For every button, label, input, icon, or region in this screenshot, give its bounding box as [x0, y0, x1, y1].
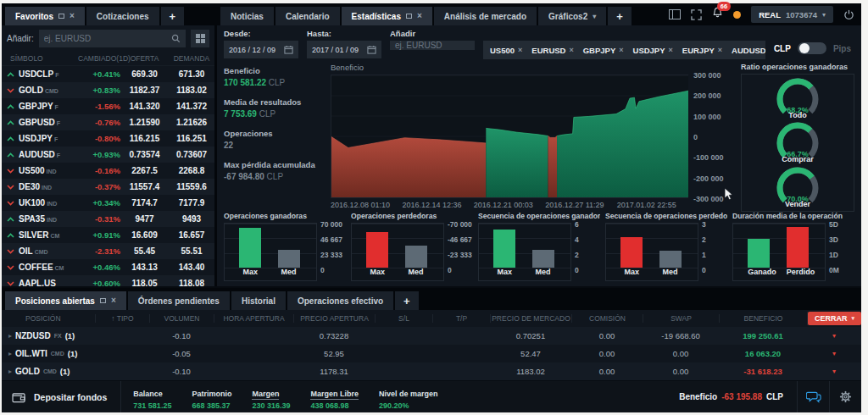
close-position-menu[interactable]: ▾ [807, 350, 861, 357]
column-header-precio-apertura[interactable]: PRECIO APERTURA [293, 314, 375, 323]
close-tab-icon[interactable]: × [111, 296, 116, 305]
symbol-chip-audusd[interactable]: AUDUSD× [732, 46, 765, 55]
ask-price: 11559.6 [169, 182, 214, 191]
remove-chip-icon[interactable]: × [619, 46, 623, 54]
remove-chip-icon[interactable]: × [718, 46, 722, 54]
notifications-button[interactable]: 66 [712, 7, 723, 22]
statistics-new-tab-button[interactable]: + [608, 7, 632, 25]
symbol-search-box[interactable] [39, 30, 186, 47]
symbol-chip-usdjpy[interactable]: USDJPY× [633, 46, 673, 55]
metric-nivel-de-margen: Nivel de margen290.20% [379, 385, 438, 410]
watchlist-row-audusd[interactable]: AUDUSDF+0.93%0.735740.73607 [2, 147, 214, 163]
watchlist-row-gbpjpy[interactable]: GBPJPYF-1.56%141.320141.372 [2, 98, 214, 114]
watchlist-row-gbpusd[interactable]: GBPUSDF-0.76%1.215901.21626 [2, 114, 214, 130]
watchlist-new-tab-button[interactable]: + [161, 7, 185, 25]
remove-chip-icon[interactable]: × [569, 46, 573, 54]
positions-tab-operaciones-efectivo[interactable]: Operaciones efectivo [287, 291, 393, 310]
watchlist-row-coffee[interactable]: COFFEECM+0.46%143.13143.40 [2, 259, 214, 275]
statistics-tab-calendario[interactable]: Calendario [275, 7, 340, 25]
column-header-beneficio[interactable]: BENEFICIO [719, 314, 807, 323]
watchlist-row-silver[interactable]: SILVERCM+0.91%16.60916.657 [2, 227, 214, 243]
metric-label: Nivel de margen [379, 390, 438, 399]
statistics-tab-analisis-de-mercado[interactable]: Análisis de mercado [434, 7, 537, 25]
expand-row-icon[interactable]: ▸ [8, 332, 12, 340]
positions-tab-ordenes-pendientes[interactable]: Órdenes pendientes [128, 291, 230, 310]
position-row-oil-wti[interactable]: ▸OIL.WTICMD(1)-0.0552.9552.470.000.0016 … [2, 345, 861, 362]
positions-tab-historial[interactable]: Historial [231, 291, 286, 310]
remove-chip-icon[interactable]: × [518, 46, 522, 54]
column-header-t-p[interactable]: T/P [432, 314, 490, 323]
watchlist-row-oil[interactable]: OILCMD-2.31%55.4555.51 [2, 243, 214, 259]
watchlist-row-aapl-us[interactable]: AAPL.US+0.60%118.05118.08 [2, 275, 214, 286]
close-tab-icon[interactable]: × [417, 12, 422, 20]
statistics-tab-noticias[interactable]: Noticias [220, 7, 274, 25]
date-to-block: Hasta: [307, 29, 381, 58]
restore-window-icon[interactable] [100, 298, 106, 303]
column-header-posicion[interactable]: POSICIÓN [2, 314, 95, 323]
symbol-chip-eurjpy[interactable]: EURJPY× [682, 46, 722, 55]
watchlist-tab-favoritos[interactable]: Favoritos× [5, 7, 85, 25]
deposit-funds-button[interactable]: Depositar fondos [2, 381, 121, 412]
close-all-button[interactable]: CERRAR▾ [808, 312, 861, 325]
column-header-hora-apertura[interactable]: HORA APERTURA [214, 314, 293, 323]
statistics-tab-estadisticas[interactable]: Estadísticas× [342, 7, 432, 25]
restore-window-icon[interactable] [58, 14, 64, 19]
y-tick-label: 6 [575, 220, 579, 229]
position-row-gold[interactable]: ▸GOLDCMD(1)-0.101178.311183.020.000.00-3… [2, 362, 861, 380]
column-header-tipo[interactable]: ↑ TIPO [95, 314, 149, 323]
settings-button[interactable] [829, 381, 861, 412]
column-header-swap[interactable]: SWAP [643, 314, 719, 323]
date-from-input[interactable] [224, 41, 298, 58]
watchlist-row-spa35[interactable]: SPA35IND-0.31%94779493 [2, 211, 214, 227]
symbol-search-input[interactable] [44, 34, 171, 43]
account-selector[interactable]: REAL 1073674 ▾ [751, 6, 833, 23]
positions-new-tab-button[interactable]: + [395, 291, 419, 310]
y-tick-label: -300 000 [693, 195, 724, 203]
unit-toggle-switch[interactable] [798, 42, 826, 54]
watchlist-row-usdclp[interactable]: USDCLPF+0.41%669.30671.30 [2, 66, 214, 82]
position-symbol-cell[interactable]: ▸OIL.WTICMD(1) [2, 349, 95, 358]
chip-label: GBPJPY [583, 46, 616, 55]
close-position-menu[interactable]: ▾ [807, 368, 861, 375]
area-chart[interactable] [331, 75, 688, 198]
power-icon[interactable] [843, 9, 854, 20]
position-row-nzdusd[interactable]: ▸NZDUSDFX(1)-0.100.732280.702510.00-19 6… [2, 327, 861, 345]
position-symbol-cell[interactable]: ▸NZDUSDFX(1) [2, 331, 95, 340]
column-header-s-l[interactable]: S/L [375, 314, 432, 323]
view-mode-grid-icon[interactable] [191, 30, 209, 47]
position-symbol-cell[interactable]: ▸GOLDCMD(1) [2, 367, 95, 376]
remove-chip-icon[interactable]: × [669, 46, 673, 54]
watchlist-row-uk100[interactable]: UK100IND+0.34%7174.77177.9 [2, 195, 214, 211]
watchlist-tab-cotizaciones[interactable]: Cotizaciones [86, 7, 159, 25]
summary-unit: CLP [267, 172, 283, 181]
layout-icon[interactable] [669, 9, 681, 19]
chat-button[interactable] [797, 381, 829, 412]
unit-clp-label[interactable]: CLP [774, 44, 791, 53]
date-from-value[interactable] [229, 46, 281, 54]
watchlist-row-usdjpy[interactable]: USDJPYF-0.80%116.215116.251 [2, 130, 214, 147]
date-to-input[interactable] [307, 41, 381, 58]
column-header-comision[interactable]: COMISIÓN [571, 314, 643, 323]
watchlist-row-de30[interactable]: DE30IND-0.37%11557.411559.6 [2, 179, 214, 195]
restore-window-icon[interactable] [406, 14, 412, 19]
column-header-precio-de-mercado[interactable]: PRECIO DE MERCADO [490, 314, 571, 323]
date-to-value[interactable] [312, 46, 364, 54]
positions-tab-posiciones-abiertas[interactable]: Posiciones abiertas× [5, 291, 126, 310]
statistics-tab-graficos2[interactable]: Gráficos2▾ [538, 7, 606, 25]
symbol-chip-eurusd[interactable]: EURUSD× [531, 46, 573, 55]
column-header-volumen[interactable]: VOLUMEN [149, 314, 214, 323]
instrument-search-box[interactable] [390, 41, 475, 50]
deposit-funds-label: Depositar fondos [34, 392, 107, 402]
symbol-chip-gbpjpy[interactable]: GBPJPY× [583, 46, 624, 55]
watchlist-row-gold[interactable]: GOLDCMD+0.83%1182.371183.02 [2, 82, 214, 98]
selected-symbols-bar[interactable]: US500×EURUSD×GBPJPY×USDJPY×EURJPY×AUDUSD… [483, 41, 765, 59]
close-position-menu[interactable]: ▾ [807, 332, 861, 340]
close-tab-icon[interactable]: × [70, 12, 75, 20]
expand-row-icon[interactable]: ▸ [8, 368, 12, 375]
watchlist-row-us500[interactable]: US500IND-0.16%2267.52268.8 [2, 163, 214, 179]
expand-row-icon[interactable]: ▸ [8, 350, 12, 357]
fullscreen-icon[interactable] [691, 9, 702, 20]
mini-chart-categories: GanadoPerdido [733, 268, 825, 280]
symbol-chip-us500[interactable]: US500× [490, 46, 522, 55]
unit-pips-label[interactable]: Pips [833, 44, 851, 53]
